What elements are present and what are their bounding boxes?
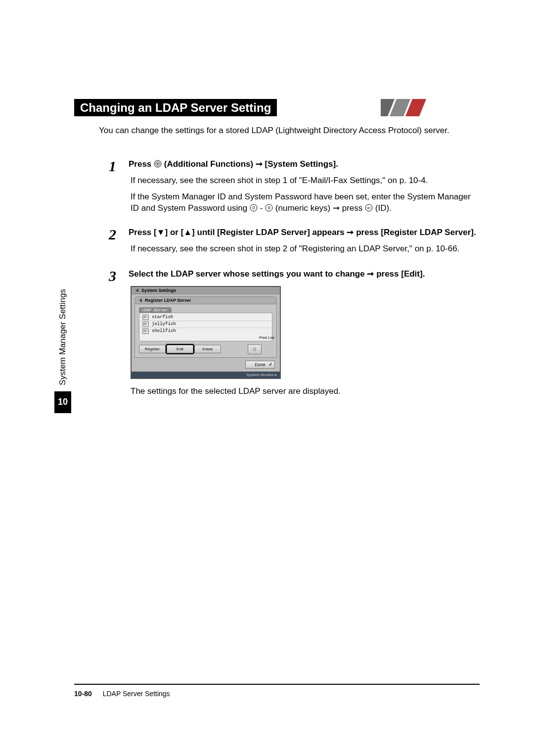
done-button[interactable]: Done <box>245 361 275 369</box>
numeric-key-0-icon: 0 <box>250 204 258 212</box>
list-item-label: shellfish <box>152 329 176 333</box>
list-item-label: jellyfish <box>152 322 176 327</box>
step-2-heading: Press [▼] or [▲] until [Register LDAP Se… <box>129 227 480 238</box>
id-key-icon: ID <box>365 204 373 212</box>
chapter-side-label: System Manager Settings <box>58 289 68 385</box>
system-monitor-bar[interactable]: System Monitor ▸ <box>132 372 280 378</box>
done-bar: Done <box>132 358 280 372</box>
server-icon <box>142 315 149 320</box>
print-list-label: Print List <box>259 335 274 340</box>
list-item[interactable]: jellyfish <box>139 321 272 328</box>
step-2: 2 Press [▼] or [▲] until [Register LDAP … <box>109 227 480 260</box>
server-list: starfish jellyfish shellfish <box>139 313 272 341</box>
list-header: LDAP Server <box>139 307 172 313</box>
additional-functions-icon <box>154 160 162 168</box>
server-icon <box>142 322 149 327</box>
back-arrow-icon <box>138 298 143 303</box>
step-3-after: The settings for the selected LDAP serve… <box>129 386 480 397</box>
device-subtitle: Register LDAP Server <box>145 298 191 303</box>
intro-paragraph: You can change the settings for a stored… <box>99 125 480 137</box>
svg-point-5 <box>157 163 158 164</box>
button-row: Print List Register Edit Erase ▢ <box>139 344 272 354</box>
svg-text:9: 9 <box>268 205 270 210</box>
step-1-para-1: If necessary, see the screen shot in ste… <box>129 175 480 187</box>
step-1-heading-b: (Additional Functions) ➞ [System Setting… <box>164 159 338 169</box>
list-item[interactable]: shellfish <box>139 328 272 340</box>
section-heading-band: Changing an LDAP Server Setting <box>74 99 480 116</box>
chapter-number: 10 <box>54 391 71 413</box>
step-1: 1 Press (Additional Functions) ➞ [System… <box>109 159 480 219</box>
list-item[interactable]: starfish <box>139 314 272 321</box>
device-screenshot: System Settings Register LDAP Server LDA… <box>131 286 281 379</box>
device-panel: LDAP Server starfish jellyfish shellfish… <box>134 304 277 358</box>
footer-section: LDAP Server Settings <box>103 690 170 698</box>
step-1-p2b: - <box>260 203 265 213</box>
device-titlebar: System Settings <box>132 287 280 294</box>
svg-text:ID: ID <box>367 206 371 210</box>
erase-button[interactable]: Erase <box>194 345 221 353</box>
device-subbar: Register LDAP Server <box>134 296 277 304</box>
print-list-button[interactable]: ▢ <box>248 344 262 354</box>
footer-rule <box>74 684 480 685</box>
svg-text:0: 0 <box>252 205 255 210</box>
step-2-para-1: If necessary, see the screen shot in ste… <box>129 243 480 255</box>
register-button[interactable]: Register <box>139 345 166 353</box>
step-number: 1 <box>109 159 122 219</box>
server-icon <box>142 329 149 334</box>
chapter-tab: System Manager Settings 10 <box>54 289 71 413</box>
step-1-heading-a: Press <box>129 159 154 169</box>
step-number: 2 <box>109 227 122 260</box>
step-number: 3 <box>109 269 122 402</box>
svg-marker-13 <box>139 298 142 302</box>
step-1-para-2: If the System Manager ID and System Pass… <box>129 191 480 214</box>
page-footer: 10-80 LDAP Server Settings <box>74 690 170 698</box>
back-arrow-icon <box>134 288 139 293</box>
numeric-key-9-icon: 9 <box>265 204 273 212</box>
step-1-p2d: (ID). <box>375 203 392 213</box>
device-title: System Settings <box>141 288 176 293</box>
section-heading: Changing an LDAP Server Setting <box>74 99 277 116</box>
step-3: 3 Select the LDAP server whose settings … <box>109 269 480 402</box>
list-item-label: starfish <box>152 315 173 320</box>
step-3-heading: Select the LDAP server whose settings yo… <box>129 269 480 280</box>
edit-button[interactable]: Edit <box>167 345 193 353</box>
page-number: 10-80 <box>74 690 92 698</box>
step-1-p2c: (numeric keys) ➞ press <box>275 203 365 213</box>
heading-chevrons-icon <box>381 99 480 116</box>
svg-marker-12 <box>135 288 138 292</box>
step-1-heading: Press (Additional Functions) ➞ [System S… <box>129 159 480 170</box>
